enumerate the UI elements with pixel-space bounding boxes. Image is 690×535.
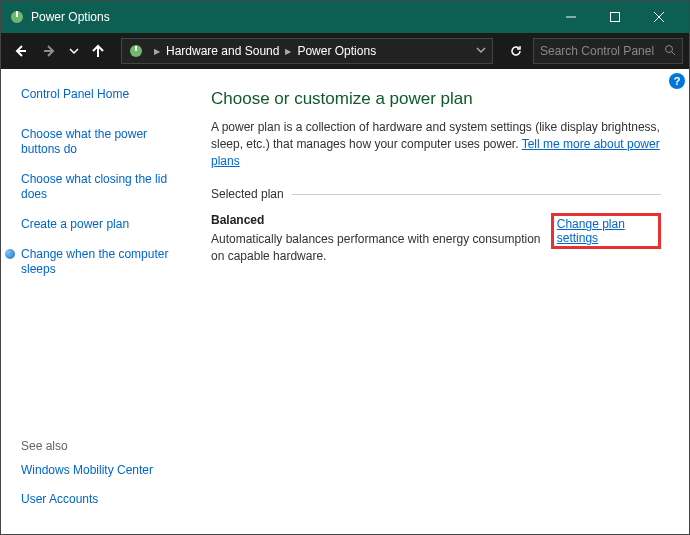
see-also-user-accounts[interactable]: User Accounts [21, 492, 189, 508]
address-bar[interactable]: ▶ Hardware and Sound ▶ Power Options [121, 38, 493, 64]
active-indicator-icon [5, 249, 15, 259]
plan-description: Automatically balances performance with … [211, 231, 551, 263]
svg-point-11 [666, 45, 673, 52]
change-plan-settings-link[interactable]: Change plan settings [557, 217, 625, 245]
close-button[interactable] [637, 1, 681, 33]
breadcrumb-hardware-and-sound[interactable]: Hardware and Sound [166, 44, 279, 58]
recent-locations-button[interactable] [67, 38, 81, 64]
forward-button[interactable] [37, 38, 63, 64]
up-button[interactable] [85, 38, 111, 64]
window-title: Power Options [31, 10, 549, 24]
chevron-right-icon: ▶ [285, 47, 291, 56]
search-input[interactable]: Search Control Panel [533, 38, 683, 64]
selected-plan-label: Selected plan [211, 187, 661, 201]
sidebar-link-power-buttons[interactable]: Choose what the power buttons do [21, 127, 189, 158]
divider [292, 194, 661, 195]
search-icon [664, 44, 676, 59]
plan-name: Balanced [211, 213, 551, 227]
plan-row: Balanced Automatically balances performa… [211, 213, 661, 263]
minimize-button[interactable] [549, 1, 593, 33]
content-area: Control Panel Home Choose what the power… [1, 69, 689, 534]
see-also-mobility-center[interactable]: Windows Mobility Center [21, 463, 189, 479]
see-also-label: See also [21, 439, 189, 453]
control-panel-home-link[interactable]: Control Panel Home [21, 87, 189, 103]
page-description: A power plan is a collection of hardware… [211, 119, 661, 169]
chevron-right-icon: ▶ [154, 47, 160, 56]
maximize-button[interactable] [593, 1, 637, 33]
sidebar-link-change-sleep[interactable]: Change when the computer sleeps [21, 247, 189, 278]
breadcrumb-power-options[interactable]: Power Options [297, 44, 376, 58]
help-icon[interactable]: ? [669, 73, 685, 89]
sidebar: Control Panel Home Choose what the power… [1, 69, 201, 534]
svg-rect-10 [135, 46, 137, 51]
svg-rect-3 [611, 13, 620, 22]
svg-line-12 [672, 52, 675, 55]
chevron-down-icon[interactable] [476, 44, 486, 58]
titlebar: Power Options [1, 1, 689, 33]
refresh-button[interactable] [503, 38, 529, 64]
svg-rect-1 [16, 11, 18, 17]
search-placeholder: Search Control Panel [540, 44, 654, 58]
back-button[interactable] [7, 38, 33, 64]
section-label-text: Selected plan [211, 187, 284, 201]
page-title: Choose or customize a power plan [211, 89, 661, 109]
highlight-box: Change plan settings [551, 213, 661, 249]
toolbar: ▶ Hardware and Sound ▶ Power Options Sea… [1, 33, 689, 69]
sidebar-link-create-plan[interactable]: Create a power plan [21, 217, 189, 233]
sidebar-link-closing-lid[interactable]: Choose what closing the lid does [21, 172, 189, 203]
power-options-icon [9, 9, 25, 25]
main-panel: ? Choose or customize a power plan A pow… [201, 69, 689, 534]
power-options-icon [128, 43, 144, 59]
